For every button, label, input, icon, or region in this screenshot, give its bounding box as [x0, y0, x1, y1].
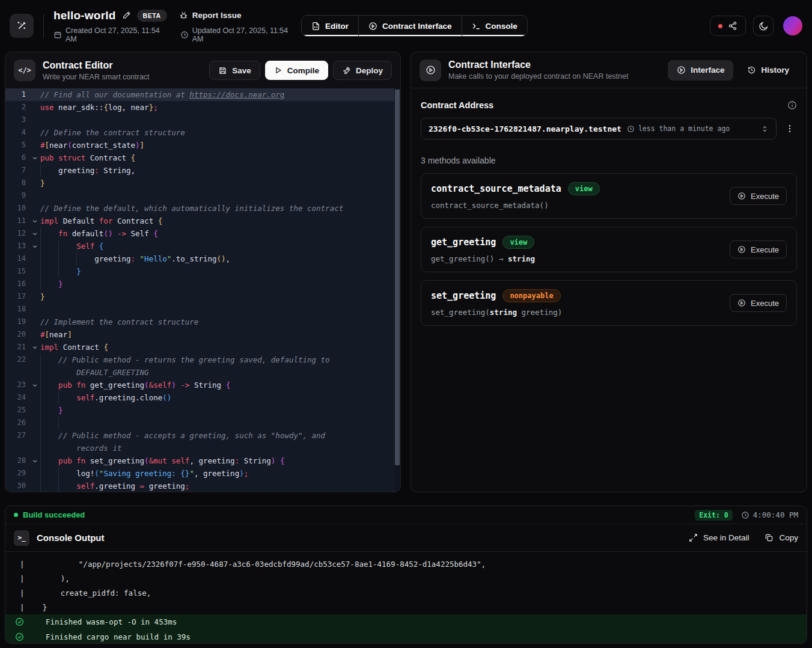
code-line[interactable]: 20#[near] — [5, 328, 394, 341]
code-line[interactable]: 17} — [5, 290, 394, 303]
fold-gutter — [29, 114, 40, 126]
interface-panel-body: Contract Address 2326f0-cb53ce-176282148… — [411, 88, 807, 492]
code-line[interactable]: 6pub struct Contract { — [5, 151, 394, 164]
code-line[interactable]: 13 Self { — [5, 240, 394, 252]
fold-toggle-icon[interactable] — [29, 454, 40, 467]
indent-guide — [40, 404, 41, 417]
line-number: 8 — [5, 177, 29, 189]
tab-console[interactable]: Console — [462, 16, 527, 36]
code-line[interactable]: 11impl Default for Contract { — [5, 215, 394, 227]
project-title-block: hello-world BETA Report Issue Created Oc… — [53, 9, 298, 43]
code-line[interactable]: 18 — [5, 303, 394, 316]
code-line[interactable]: 19// Implement the contract structure — [5, 316, 394, 328]
theme-toggle-button[interactable] — [753, 16, 774, 36]
execute-button[interactable]: Execute — [730, 294, 787, 312]
contract-address-label: Contract Address — [421, 100, 493, 110]
indent-guide — [40, 227, 41, 240]
code-line[interactable]: 22 // Public method - returns the greeti… — [5, 353, 394, 366]
method-card-contract-source-metadata: contract_source_metadata view contract_s… — [421, 173, 797, 219]
play-circle-icon — [737, 299, 746, 307]
save-button[interactable]: Save — [209, 61, 260, 80]
fold-toggle-icon[interactable] — [29, 379, 40, 391]
code-line[interactable]: 10// Define the default, which automatic… — [5, 202, 394, 215]
deploy-button[interactable]: Deploy — [333, 61, 392, 80]
fold-gutter — [29, 202, 40, 215]
code-line[interactable]: 15 } — [5, 265, 394, 278]
method-name: contract_source_metadata — [431, 183, 561, 194]
code-line[interactable]: 2use near_sdk::{log, near}; — [5, 101, 394, 114]
console-output-title: Console Output — [37, 533, 105, 543]
method-signature: contract_source_metadata() — [431, 201, 600, 210]
compile-button[interactable]: Compile — [265, 61, 328, 80]
share-button[interactable] — [710, 16, 746, 36]
code-line[interactable]: 27 // Public method - accepts a greeting… — [5, 429, 394, 442]
code-line[interactable]: 5#[near(contract_state)] — [5, 139, 394, 151]
code-line[interactable]: 8} — [5, 177, 394, 189]
code-line[interactable]: records it — [5, 442, 394, 454]
execute-button[interactable]: Execute — [730, 240, 787, 258]
code-line[interactable]: 3 — [5, 114, 394, 126]
fold-gutter — [29, 290, 40, 303]
tab-editor[interactable]: Editor — [302, 16, 359, 36]
code-line[interactable]: 21impl Contract { — [5, 341, 394, 353]
fold-toggle-icon[interactable] — [29, 227, 40, 240]
contract-address-select[interactable]: 2326f0-cb53ce-1762821487.nearplay.testne… — [421, 118, 777, 139]
fold-toggle-icon[interactable] — [29, 215, 40, 227]
code-line[interactable]: 28 pub fn set_greeting(&mut self, greeti… — [5, 454, 394, 467]
code-line[interactable]: 30 self.greeting = greeting; — [5, 480, 394, 492]
contract-address-value: 2326f0-cb53ce-1762821487.nearplay.testne… — [429, 124, 621, 133]
check-circle-icon — [15, 632, 24, 641]
line-number: 28 — [5, 454, 29, 467]
fold-gutter — [29, 126, 40, 139]
app-logo-button[interactable] — [10, 14, 34, 38]
code-line[interactable]: 26 — [5, 417, 394, 429]
copy-button[interactable]: Copy — [765, 533, 798, 542]
method-card-set-greeting: set_greeting nonpayable set_greeting(str… — [421, 280, 797, 326]
code-line[interactable]: 23 pub fn get_greeting(&self) -> String … — [5, 379, 394, 391]
method-signature: set_greeting(string greeting) — [431, 308, 562, 317]
line-number: 26 — [5, 417, 29, 429]
code-line[interactable]: DEFAULT_GREETING — [5, 366, 394, 379]
code-brackets-icon: </> — [14, 60, 35, 81]
project-title: hello-world — [53, 9, 116, 22]
code-line[interactable]: 4// Define the contract structure — [5, 126, 394, 139]
code-line[interactable]: 9 — [5, 189, 394, 202]
interface-tab-button[interactable]: Interface — [668, 60, 733, 81]
editor-scrollbar[interactable] — [394, 88, 400, 492]
interface-panel-header: Contract Interface Make calls to your de… — [411, 52, 807, 88]
code-editor[interactable]: 1// Find all our documentation at https:… — [5, 88, 400, 492]
methods-count-label: 3 methods available — [421, 156, 797, 165]
line-number: 27 — [5, 429, 29, 442]
address-menu-button[interactable] — [783, 124, 797, 133]
line-number: 17 — [5, 290, 29, 303]
indent-guide — [40, 278, 41, 290]
report-issue-button[interactable]: Report Issue — [179, 11, 242, 20]
fold-toggle-icon[interactable] — [29, 341, 40, 353]
fold-gutter — [29, 353, 40, 366]
info-button[interactable] — [787, 100, 797, 110]
editor-scrollbar-thumb[interactable] — [395, 90, 400, 465]
fold-toggle-icon[interactable] — [29, 151, 40, 164]
code-line[interactable]: 24 self.greeting.clone() — [5, 391, 394, 404]
indent-guide — [40, 454, 41, 467]
fold-gutter — [29, 164, 40, 177]
edit-title-button[interactable] — [122, 11, 131, 20]
code-line[interactable]: 14 greeting: "Hello".to_string(), — [5, 252, 394, 265]
code-line[interactable]: 16 } — [5, 278, 394, 290]
code-line[interactable]: 12 fn default() -> Self { — [5, 227, 394, 240]
fold-toggle-icon[interactable] — [29, 240, 40, 252]
code-line[interactable]: 1// Find all our documentation at https:… — [5, 88, 394, 101]
code-line[interactable]: 29 log!("Saving greeting: {}", greeting)… — [5, 467, 394, 480]
line-number: 2 — [5, 101, 29, 114]
history-tab-button[interactable]: History — [738, 61, 798, 80]
code-line[interactable]: 7 greeting: String, — [5, 164, 394, 177]
fold-gutter — [29, 303, 40, 316]
method-badge: nonpayable — [502, 289, 560, 302]
build-status: Build succeeded — [14, 510, 85, 519]
code-line[interactable]: 25 } — [5, 404, 394, 417]
see-in-detail-button[interactable]: See in Detail — [689, 533, 749, 542]
tab-contract-interface[interactable]: Contract Interface — [359, 16, 462, 36]
execute-button[interactable]: Execute — [730, 187, 787, 205]
user-avatar[interactable] — [783, 16, 802, 35]
status-dot — [718, 24, 722, 28]
